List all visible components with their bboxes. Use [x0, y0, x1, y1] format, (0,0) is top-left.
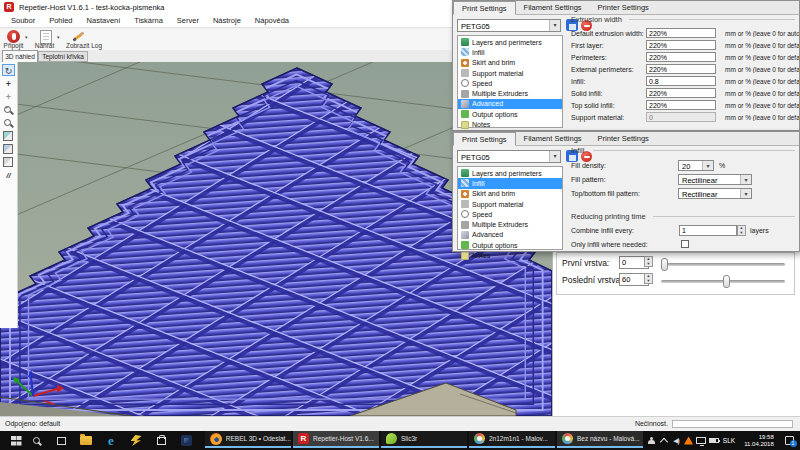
fill-pattern-select[interactable]: Rectilinear	[678, 174, 752, 185]
perimeters-width-input[interactable]	[646, 52, 716, 62]
start-button[interactable]	[0, 431, 22, 450]
menu-napoveda[interactable]: Nápověda	[248, 16, 296, 25]
tab-printer-settings[interactable]: Printer Settings	[590, 132, 657, 146]
speaker-icon[interactable]: ◀)	[669, 431, 683, 450]
slic3r-icon	[386, 433, 397, 444]
section-advanced[interactable]: Advanced	[458, 230, 562, 240]
group-title: Infill	[571, 146, 584, 155]
battery-tray-icon[interactable]	[707, 431, 721, 450]
tab-print-settings[interactable]: Print Settings	[453, 132, 516, 146]
store-icon[interactable]	[150, 431, 172, 450]
tab-filament-settings[interactable]: Filament Settings	[516, 132, 590, 146]
repetier-icon	[298, 433, 309, 444]
last-layer-slider[interactable]	[661, 280, 785, 283]
section-speed[interactable]: Speed	[458, 209, 562, 219]
setting-label: Support material:	[571, 114, 624, 121]
combine-infill-spinner[interactable]	[737, 225, 746, 236]
file-explorer-icon[interactable]	[75, 431, 97, 450]
layers-icon	[461, 169, 469, 177]
last-layer-slider-thumb[interactable]	[723, 275, 730, 288]
parallel-projection-icon[interactable]: //	[2, 170, 15, 182]
default-extrusion-width-input[interactable]	[646, 28, 716, 38]
lightning-app-icon[interactable]	[125, 431, 147, 450]
tab-filament-settings[interactable]: Filament Settings	[516, 1, 590, 15]
section-multiple-extruders[interactable]: Multiple Extruders	[458, 219, 562, 229]
slicer-bottom-tab-bar: Print Settings Filament Settings Printer…	[453, 132, 799, 146]
first-layer-width-input[interactable]	[646, 40, 716, 50]
taskbar-button-repetier[interactable]: Repetier-Host V1.6...	[293, 431, 379, 448]
support-material-width-input[interactable]	[646, 112, 716, 122]
infill-width-input[interactable]	[646, 76, 716, 86]
connect-button[interactable]: Připojit	[0, 42, 27, 49]
language-indicator[interactable]: SLK	[720, 431, 738, 450]
tab-temperature-curve[interactable]: Teplotní křivka	[38, 51, 88, 62]
isometric-view-icon[interactable]	[3, 131, 13, 141]
edge-icon[interactable]: e	[100, 431, 122, 450]
front-view-icon[interactable]	[3, 144, 13, 154]
menu-nastroje[interactable]: Nástroje	[206, 16, 248, 25]
setting-suffix: mm or % (leave 0 for default)	[725, 66, 799, 73]
move-viewpoint-icon[interactable]: +	[2, 91, 15, 103]
taskbar-button-slic3r[interactable]: Slic3r	[381, 431, 467, 448]
fill-density-label: Fill density:	[571, 162, 606, 169]
connect-dropdown-icon[interactable]: ▾	[25, 34, 28, 40]
load-button[interactable]: Náhrát	[31, 42, 58, 49]
tab-3d-view[interactable]: 3D náhled	[2, 50, 38, 62]
zoom-out-icon[interactable]	[4, 119, 11, 126]
paint-icon	[474, 433, 485, 444]
tab-printer-settings[interactable]: Printer Settings	[590, 1, 657, 15]
search-icon[interactable]	[25, 431, 47, 450]
3d-app-icon[interactable]	[175, 431, 197, 450]
slicer-top-tab-bar: Print Settings Filament Settings Printer…	[453, 1, 799, 15]
clock[interactable]: 19:5811.04.2018	[738, 431, 780, 450]
last-layer-spinner[interactable]	[644, 273, 653, 284]
only-infill-checkbox[interactable]	[681, 240, 689, 248]
setting-label: Perimeters:	[571, 54, 607, 61]
first-layer-slider[interactable]	[661, 263, 785, 266]
top-view-icon[interactable]	[3, 157, 13, 167]
menu-tiskarna[interactable]: Tiskárna	[127, 16, 169, 25]
show-log-button[interactable]: Zobrazit Log	[62, 42, 106, 49]
section-infill[interactable]: Infill	[458, 178, 562, 188]
section-skirt[interactable]: Skirt and brim	[458, 189, 562, 199]
solid-infill-width-input[interactable]	[646, 88, 716, 98]
fill-pattern-label: Fill pattern:	[571, 176, 606, 183]
setting-suffix: mm or % (leave 0 for default)	[725, 102, 799, 109]
section-output-options[interactable]: Output options	[458, 240, 562, 250]
first-layer-label: První vrstva:	[562, 258, 609, 268]
combine-infill-label: Combine infill every:	[571, 227, 634, 234]
first-layer-slider-thumb[interactable]	[661, 258, 668, 271]
taskbar-button-paint-2[interactable]: Bez názvu - Malová...	[557, 431, 643, 448]
fill-density-select[interactable]: 20	[678, 160, 714, 171]
taskbar-button-firefox[interactable]: REBEL 3D • Odeslat...	[205, 431, 291, 448]
zoom-in-icon[interactable]	[4, 106, 11, 113]
menu-soubor[interactable]: Soubor	[4, 16, 42, 25]
connection-status: Odpojeno: default	[5, 420, 60, 427]
progress-bar	[672, 420, 793, 428]
tab-print-settings[interactable]: Print Settings	[453, 1, 516, 15]
support-icon	[461, 200, 469, 208]
people-tray-icon[interactable]	[644, 431, 658, 450]
combine-infill-input[interactable]	[679, 225, 737, 236]
notification-center-icon[interactable]: 1	[780, 431, 798, 450]
section-support[interactable]: Support material	[458, 199, 562, 209]
section-layers[interactable]: Layers and perimeters	[458, 168, 562, 178]
menu-pohled[interactable]: Pohled	[42, 16, 79, 25]
taskbar-button-paint-1[interactable]: 2n12m1n1 - Malov...	[469, 431, 555, 448]
top-solid-infill-width-input[interactable]	[646, 100, 716, 110]
group-rule	[593, 150, 795, 151]
task-view-icon[interactable]	[50, 431, 72, 450]
menu-nastaveni[interactable]: Nastavení	[80, 16, 128, 25]
external-perimeters-width-input[interactable]	[646, 64, 716, 74]
menu-server[interactable]: Server	[170, 16, 206, 25]
rotate-view-icon[interactable]: ↻	[2, 64, 15, 76]
wrench-icon	[461, 231, 469, 239]
section-notes[interactable]: Notes	[458, 250, 562, 260]
profile-select[interactable]: PETG05	[457, 150, 561, 163]
first-layer-spinner[interactable]	[644, 256, 653, 267]
top-fill-pattern-select[interactable]: Rectilinear	[678, 188, 752, 199]
load-dropdown-icon[interactable]: ▾	[57, 34, 60, 40]
display-tray-icon[interactable]	[694, 431, 708, 450]
speed-icon	[461, 210, 469, 218]
move-object-icon[interactable]: +	[2, 78, 15, 90]
